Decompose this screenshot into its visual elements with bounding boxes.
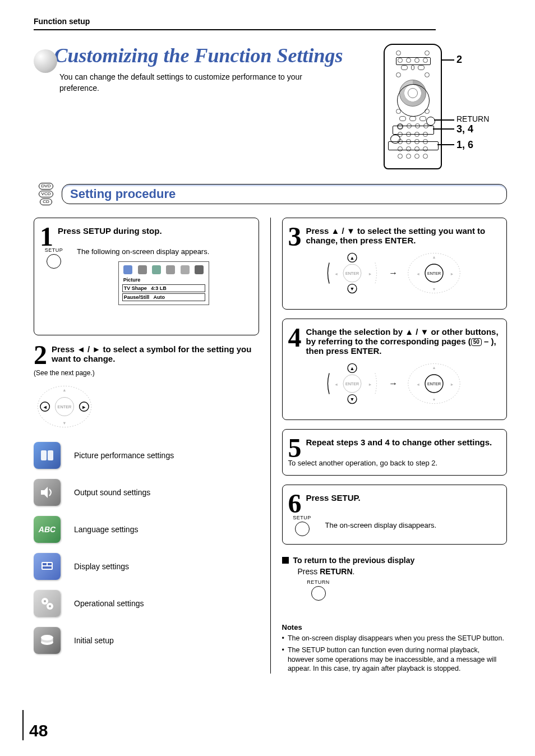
osd-preview: Picture TV Shape 4:3 LB Pause/Still Auto <box>118 261 209 305</box>
osd-icon <box>123 265 132 274</box>
osd-cell: TV Shape <box>124 285 147 291</box>
svg-rect-15 <box>43 566 52 569</box>
svg-text:◄: ◄ <box>334 382 338 387</box>
category-label: Display settings <box>74 562 129 571</box>
osd-cell: Pause/Still <box>124 294 150 300</box>
osd-icon <box>181 265 190 274</box>
sound-icon <box>34 479 61 506</box>
step-6-text: The on-screen display disappears. <box>325 521 437 529</box>
step-5-text: To select another operation, go back to … <box>288 459 499 467</box>
svg-text:▼: ▼ <box>432 398 436 402</box>
return-text: Press RETURN. <box>298 567 508 576</box>
setup-button-icon: SETUP <box>40 247 68 269</box>
setup-button-icon: SETUP <box>288 515 316 536</box>
remote-callout-1-6: 1, 6 <box>456 139 473 151</box>
step-3-number: 3 <box>288 226 302 247</box>
remote-callout-return: RETURN <box>456 114 489 123</box>
category-label: Language settings <box>74 525 138 534</box>
category-label: Output sound settings <box>74 488 150 497</box>
section-header: Function setup <box>34 17 507 26</box>
svg-text:►: ► <box>81 404 86 410</box>
step-4: 4 Change the selection by ▲ / ▼ or other… <box>282 319 508 420</box>
notes-item: The on-screen display disappears when yo… <box>282 634 508 643</box>
osd-row-picture: Picture <box>122 276 205 283</box>
svg-text:ENTER: ENTER <box>427 382 441 386</box>
page-title: Customizing the Function Settings <box>54 44 343 67</box>
osd-row-pause: Pause/Still Auto <box>122 293 205 301</box>
svg-text:▲: ▲ <box>350 366 355 371</box>
display-icon <box>34 553 61 580</box>
page-ref-badge: 50 <box>471 338 482 346</box>
category-label: Initial setup <box>74 636 114 645</box>
category-row-picture: Picture performance settings <box>34 442 259 469</box>
svg-text:◄: ◄ <box>43 404 48 410</box>
osd-cell: Auto <box>153 294 165 300</box>
svg-text:▲: ▲ <box>62 388 66 393</box>
notes-heading: Notes <box>282 623 508 631</box>
svg-point-19 <box>49 605 51 607</box>
category-label: Operational settings <box>74 599 144 608</box>
notes-item-text: The on-screen display disappears when yo… <box>288 634 504 643</box>
step-1: 1 Press SETUP during stop. SETUP The fol… <box>34 218 259 335</box>
step-6: 6 Press SETUP. SETUP The on-screen displ… <box>282 485 508 544</box>
svg-marker-11 <box>41 487 48 498</box>
arrow-icon: → <box>389 379 398 389</box>
tag-vcd: VCD <box>39 191 54 197</box>
step-2-head: Press ◄ / ► to select a symbol for the s… <box>34 344 259 363</box>
svg-text:▼: ▼ <box>432 287 436 292</box>
page-subtitle: You can change the default settings to c… <box>59 72 317 94</box>
svg-text:ENTER: ENTER <box>345 382 359 386</box>
notes-item: The SETUP button can function even durin… <box>282 646 508 674</box>
svg-text:▼: ▼ <box>62 421 66 426</box>
step-4-head-pre: Change the selection by ▲ / ▼ or other b… <box>306 327 499 346</box>
notes-item-text: The SETUP button can function even durin… <box>288 646 507 674</box>
language-icon: ABC <box>34 516 61 543</box>
svg-rect-14 <box>48 563 52 565</box>
svg-text:▲: ▲ <box>432 255 436 260</box>
return-text-post: . <box>353 567 355 576</box>
step-4-number: 4 <box>288 327 302 348</box>
dpad-enter-icon: ENTER ▲ ▼ ◄ ► <box>403 361 465 406</box>
svg-point-22 <box>41 635 53 640</box>
step-4-head: Change the selection by ▲ / ▼ or other b… <box>288 327 499 356</box>
dpad-lr-icon: ENTER ◄ ► ▲ ▼ <box>34 381 95 432</box>
category-label: Picture performance settings <box>74 451 174 460</box>
osd-icon <box>138 265 147 274</box>
disc-type-tags: DVD VCD CD <box>34 183 58 205</box>
svg-text:▼: ▼ <box>350 397 355 402</box>
step-6-head: Press SETUP. <box>288 493 499 503</box>
return-text-pre: Press <box>298 567 320 576</box>
step-5: 5 Repeat steps 3 and 4 to change other s… <box>282 429 508 476</box>
category-row-display: Display settings <box>34 553 259 580</box>
tag-dvd: DVD <box>39 183 54 190</box>
return-heading: To return to the previous display <box>282 556 508 565</box>
return-button-label: RETURN <box>307 579 330 585</box>
osd-row-tvshape: TV Shape 4:3 LB <box>122 284 205 292</box>
step-2-note: (See the next page.) <box>34 369 259 377</box>
svg-point-18 <box>44 600 46 602</box>
dpad-ud-icon: ▲ ▼ ENTER ◄ ► <box>321 251 383 296</box>
return-heading-text: To return to the previous display <box>293 556 415 565</box>
remote-diagram: 2 RETURN 3, 4 1, 6 <box>384 44 507 169</box>
operational-icon <box>34 590 61 617</box>
category-row-language: ABC Language settings <box>34 516 259 543</box>
setup-button-label: SETUP <box>45 247 63 253</box>
svg-text:►: ► <box>368 272 372 276</box>
svg-text:▲: ▲ <box>350 255 355 261</box>
step-1-text: The following on-screen display appears. <box>77 247 251 256</box>
step-3-head: Press ▲ / ▼ to select the setting you wa… <box>288 226 499 245</box>
svg-text:►: ► <box>450 272 454 276</box>
picture-icon <box>34 442 61 469</box>
svg-rect-10 <box>48 450 53 460</box>
header-rule <box>34 29 436 30</box>
category-row-operational: Operational settings <box>34 590 259 617</box>
return-button-icon: RETURN <box>305 579 333 601</box>
step-5-number: 5 <box>288 437 302 459</box>
arrow-icon: → <box>389 268 398 278</box>
svg-rect-9 <box>41 450 47 460</box>
step-2-number: 2 <box>34 344 47 366</box>
osd-cell: 4:3 LB <box>151 285 167 291</box>
svg-text:►: ► <box>450 382 454 387</box>
remote-callout-2: 2 <box>456 54 462 66</box>
remote-callout-3-4: 3, 4 <box>456 123 473 135</box>
